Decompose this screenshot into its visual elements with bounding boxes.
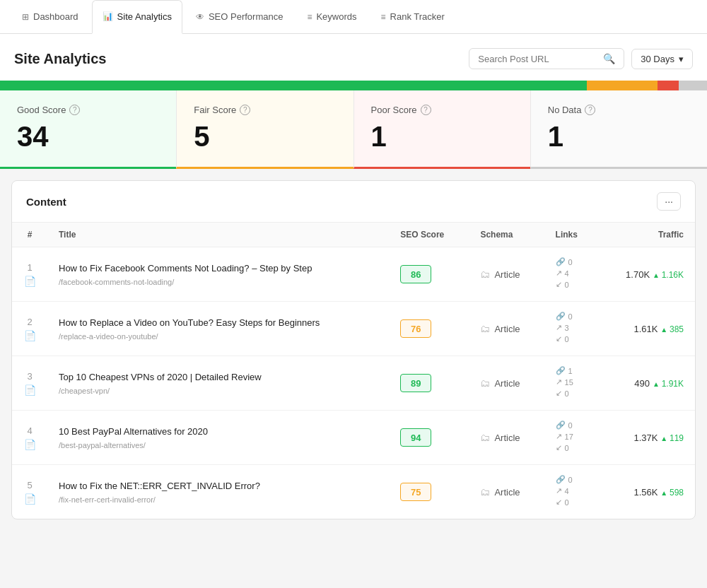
period-select[interactable]: 30 Days ▾ xyxy=(631,49,693,69)
score-card-good: Good Score ? 34 xyxy=(0,90,176,169)
external-icon: ↗ xyxy=(556,486,562,495)
row-schema: 🗂 Article xyxy=(469,465,544,519)
score-card-fair: Fair Score ? 5 xyxy=(176,90,353,169)
col-header-title: Title xyxy=(47,223,389,247)
seo-badge: 89 xyxy=(400,374,431,392)
row-num: 2 📄 xyxy=(12,302,47,356)
internal-links: 🔗 0 xyxy=(556,312,587,321)
post-url[interactable]: /fix-net-err-cert-invalid-error/ xyxy=(59,495,378,504)
link-chain-icon: 🔗 xyxy=(556,312,566,321)
schema-type: Article xyxy=(494,269,520,280)
page-header: Site Analytics 🔍 30 Days ▾ xyxy=(0,34,707,81)
post-icon: 📄 xyxy=(23,276,36,287)
row-title-cell: How to Fix the NET::ERR_CERT_INVALID Err… xyxy=(47,465,389,519)
col-header-traffic: Traffic xyxy=(598,223,695,247)
row-title-cell: Top 10 Cheapest VPNs of 2020 | Detailed … xyxy=(47,356,389,411)
row-seo-score: 94 xyxy=(389,411,469,465)
post-url[interactable]: /replace-a-video-on-youtube/ xyxy=(59,332,378,341)
traffic-total: 490 xyxy=(634,378,650,389)
internal-count: 0 xyxy=(568,421,573,430)
search-box[interactable]: 🔍 xyxy=(469,48,624,69)
external-icon: ↗ xyxy=(556,432,562,441)
header-controls: 🔍 30 Days ▾ xyxy=(469,48,693,69)
more-button[interactable]: ··· xyxy=(657,192,681,211)
internal-links: 🔗 1 xyxy=(556,366,587,375)
col-header-schema: Schema xyxy=(469,223,544,247)
traffic-change: 385 xyxy=(660,324,684,334)
score-cards: Good Score ? 34 Fair Score ? 5 Poor Scor… xyxy=(0,90,707,169)
table-body: 1 📄 How to Fix Facebook Comments Not Loa… xyxy=(12,247,695,519)
external-count: 4 xyxy=(565,487,569,495)
post-title: How to Fix the NET::ERR_CERT_INVALID Err… xyxy=(59,480,378,493)
post-url[interactable]: /cheapest-vpn/ xyxy=(59,387,378,395)
tab-dashboard-label: Dashboard xyxy=(33,11,78,22)
search-input[interactable] xyxy=(478,54,597,64)
link-chain-icon: 🔗 xyxy=(556,366,566,375)
traffic-total: 1.56K xyxy=(633,487,658,498)
tab-site-analytics-label: Site Analytics xyxy=(117,11,172,22)
seo-badge: 76 xyxy=(400,319,431,338)
schema-type: Article xyxy=(494,324,520,334)
row-schema: 🗂 Article xyxy=(469,302,544,356)
row-num: 5 📄 xyxy=(12,465,47,519)
backlink-count: 0 xyxy=(565,389,569,398)
help-icon-poor[interactable]: ? xyxy=(421,105,431,115)
help-icon-good[interactable]: ? xyxy=(69,105,80,115)
backlinks: ↙ 0 xyxy=(556,334,587,343)
link-chain-icon: 🔗 xyxy=(556,257,566,266)
schema-type: Article xyxy=(494,487,520,498)
site-analytics-icon: 📊 xyxy=(103,11,113,21)
backlink-icon: ↙ xyxy=(556,443,562,452)
backlink-icon: ↙ xyxy=(556,389,562,398)
internal-count: 0 xyxy=(568,312,573,321)
card-label-nodata: No Data ? xyxy=(548,105,690,115)
post-title: How to Fix Facebook Comments Not Loading… xyxy=(59,262,378,275)
table-row: 4 📄 10 Best PayPal Alternatives for 2020… xyxy=(12,411,695,465)
bar-poor xyxy=(658,81,679,90)
bar-good xyxy=(0,81,587,90)
internal-count: 1 xyxy=(568,367,573,375)
post-url[interactable]: /facebook-comments-not-loading/ xyxy=(59,278,378,286)
link-chain-icon: 🔗 xyxy=(556,421,566,430)
backlink-icon: ↙ xyxy=(556,498,562,507)
tab-site-analytics[interactable]: 📊 Site Analytics xyxy=(92,0,182,34)
post-icon: 📄 xyxy=(23,493,36,505)
card-value-fair: 5 xyxy=(194,121,336,153)
row-links: 🔗 0 ↗ 3 ↙ 0 xyxy=(544,302,598,356)
external-icon: ↗ xyxy=(556,323,562,332)
tab-seo-performance-label: SEO Performance xyxy=(209,11,284,22)
card-value-nodata: 1 xyxy=(548,121,690,153)
external-count: 17 xyxy=(565,433,573,441)
help-icon-fair[interactable]: ? xyxy=(240,105,250,115)
post-title: How to Replace a Video on YouTube? Easy … xyxy=(59,317,378,329)
col-header-seo-score: SEO Score xyxy=(389,223,469,247)
row-num: 3 📄 xyxy=(12,356,47,411)
traffic-change: 1.16K xyxy=(653,270,684,280)
tab-rank-tracker[interactable]: ≡ Rank Tracker xyxy=(370,0,455,34)
schema-icon: 🗂 xyxy=(480,432,490,443)
tab-seo-performance[interactable]: 👁 SEO Performance xyxy=(185,0,294,34)
seo-badge: 94 xyxy=(400,428,431,447)
help-icon-nodata[interactable]: ? xyxy=(585,105,595,115)
tab-dashboard[interactable]: ⊞ Dashboard xyxy=(11,0,89,34)
bar-fair xyxy=(587,81,658,90)
row-traffic: 490 1.91K xyxy=(598,356,695,411)
tab-keywords[interactable]: ≡ Keywords xyxy=(296,0,367,34)
card-value-poor: 1 xyxy=(371,121,513,153)
content-section: Content ··· #TitleSEO ScoreSchemaLinksTr… xyxy=(11,180,696,519)
row-traffic: 1.61K 385 xyxy=(598,302,695,356)
seo-badge: 86 xyxy=(400,265,431,283)
post-url[interactable]: /best-paypal-alternatives/ xyxy=(59,441,378,449)
tab-rank-tracker-label: Rank Tracker xyxy=(390,11,445,22)
score-card-poor: Poor Score ? 1 xyxy=(354,90,530,169)
backlink-count: 0 xyxy=(565,335,569,343)
internal-links: 🔗 0 xyxy=(556,257,587,266)
card-label-fair: Fair Score ? xyxy=(194,105,336,115)
row-seo-score: 86 xyxy=(389,247,469,302)
backlink-icon: ↙ xyxy=(556,280,562,289)
row-links: 🔗 1 ↗ 15 ↙ 0 xyxy=(544,356,598,411)
internal-links: 🔗 0 xyxy=(556,421,587,430)
bar-nodata xyxy=(679,81,707,90)
internal-count: 0 xyxy=(568,258,573,266)
external-links: ↗ 4 xyxy=(556,269,587,278)
